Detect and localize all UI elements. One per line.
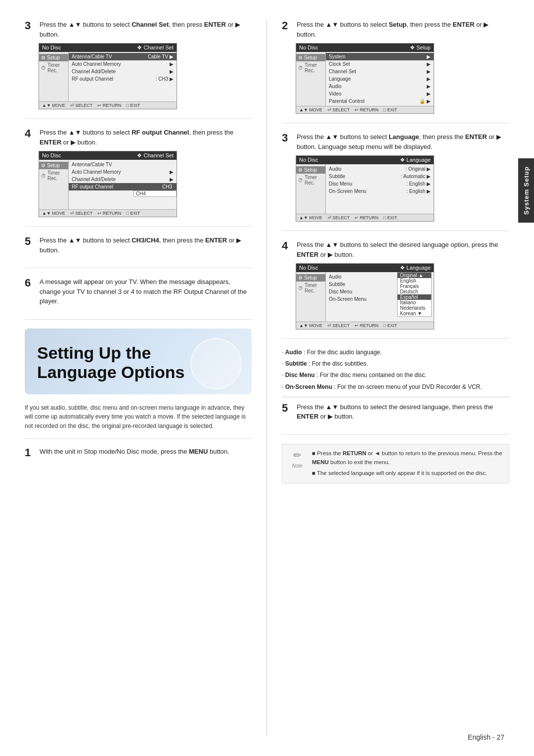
page-footer: English - 27 <box>468 733 504 741</box>
setup-icon-2: ⚙ <box>41 163 45 168</box>
left-column: 3 Press the ▲▼ buttons to select Channel… <box>25 20 267 736</box>
bullet-list: Audio : For the disc audio language. Sub… <box>282 348 509 392</box>
menu-content-2: Antenna/Cable TV Auto Channel Memory▶ Ch… <box>69 160 177 209</box>
step-text-3-right: Press the ▲▼ buttons to select Language,… <box>297 132 509 151</box>
lang-dropdown: Original ▲ English Français Deutsch Espa… <box>397 272 432 317</box>
step-num-1-left: 1 <box>25 447 36 459</box>
step-num-5-right: 5 <box>282 402 293 414</box>
lang-option-original: Original ▲ <box>398 273 431 278</box>
menu-row-subtitle-sel: Subtitle Original ▲ English Français Deu… <box>326 281 434 288</box>
menu-nodisk-r3: No Disc <box>299 265 318 271</box>
timer-icon-1: ⏱ <box>41 65 46 71</box>
menu-nodisk-2: No Disc <box>42 152 61 159</box>
menu-row-audio: Audio▶ <box>326 83 434 90</box>
step-text-4-left: Press the ▲▼ buttons to select RF output… <box>40 128 252 147</box>
sidebar-timer-r1: ⏱Timer Rec. <box>296 61 325 74</box>
step-1-left: 1 With the unit in Stop mode/No Disc mod… <box>25 447 252 472</box>
menu-lang-r2: ❖ Language <box>400 157 431 163</box>
menu-row-antennacable: Antenna/Cable TV <box>69 161 177 168</box>
footer-select-r2: ⏎ SELECT <box>327 215 350 220</box>
menu-setup-r1: ❖ Setup <box>410 45 431 51</box>
menu-content-r3: Audio Subtitle Original ▲ English França… <box>326 272 434 322</box>
sidebar-timer-r3: ⏱Timer Rec. <box>296 282 325 294</box>
menu-row-auto: Auto Channel Memory▶ <box>69 60 177 68</box>
footer-move-r2: ▲▼ MOVE <box>299 215 322 220</box>
ch4-option: CH4 <box>134 190 177 197</box>
menu-row-adddelete2: Channel Add/Delete▶ <box>69 176 177 183</box>
bullet-discmenu: Disc Menu : For the disc menu contained … <box>282 371 509 380</box>
sidebar-setup-2: ⚙Setup <box>39 162 68 169</box>
bullet-osd: On-Screen Menu : For the on-screen menu … <box>282 382 509 392</box>
note-pencil-icon: ✏ <box>293 449 302 461</box>
footer-move-2: ▲▼ MOVE <box>42 211 65 216</box>
menu-row-language: Language▶ <box>326 75 434 83</box>
footer-return-r3: ↩ RETURN <box>355 323 378 328</box>
section-title: Setting Up the Language Options <box>37 343 239 382</box>
timer-icon-r2: ⏱ <box>298 178 303 183</box>
lang-option-korean: Korean ▼ <box>398 311 431 316</box>
lang-option-francais: Français <box>398 284 431 289</box>
step-num-5-left: 5 <box>25 236 36 247</box>
menu-sidebar-r2: ⚙Setup ⏱Timer Rec. <box>296 164 326 214</box>
section-title-line2: Language Options <box>37 363 184 381</box>
step-3-right: 3 Press the ▲▼ buttons to select Languag… <box>282 132 509 231</box>
note-box: ✏ Note ■ Press the RETURN or ◄ button to… <box>282 444 509 483</box>
lang-option-deutsch: Deutsch <box>398 289 431 294</box>
bullet-subtitle: Subtitle : For the disc subtitles. <box>282 359 509 369</box>
menu-row-discmenu-lang: Disc Menu: English ▶ <box>326 180 434 188</box>
footer-exit-r1: □ EXIT <box>383 107 397 112</box>
menu-setup-right: No Disc ❖ Setup ⚙Setup ⏱Timer Rec. <box>296 43 434 114</box>
side-tab: System Setup <box>518 158 534 223</box>
menu-sidebar-2: ⚙Setup ⏱Timer Rec. <box>39 160 69 209</box>
menu-sidebar-1: ⚙Setup ⏱Timer Rec. <box>39 52 69 101</box>
timer-icon-r3: ⏱ <box>298 285 303 291</box>
page: 3 Press the ▲▼ buttons to select Channel… <box>0 0 534 756</box>
step-text-1-left: With the unit in Stop mode/No Disc mode,… <box>40 447 229 457</box>
footer-return-r1: ↩ RETURN <box>355 107 378 112</box>
timer-icon-2: ⏱ <box>41 173 46 179</box>
menu-nodisk-r2: No Disc <box>299 157 318 163</box>
sidebar-timer-2: ⏱Timer Rec. <box>39 169 68 182</box>
menu-sidebar-r1: ⚙Setup ⏱Timer Rec. <box>296 52 326 106</box>
menu-row-clockset: Clock Set▶ <box>326 60 434 68</box>
step-num-6-left: 6 <box>25 277 36 289</box>
step-num-2-right: 2 <box>282 20 293 32</box>
footer-move-r1: ▲▼ MOVE <box>299 107 322 112</box>
menu-title-right-1: ❖ Channel Set <box>137 45 174 51</box>
menu-language-r2: No Disc ❖ Language ⚙Setup ⏱Timer Rec. <box>296 155 434 222</box>
footer-return-1: ↩ RETURN <box>97 103 121 108</box>
menu-lang-r3: ❖ Language <box>400 265 431 271</box>
sidebar-setup-1: ⚙Setup <box>39 54 68 61</box>
menu-content-r2: Audio: Original ▶ Subtitle: Automatic ▶ … <box>326 164 434 214</box>
footer-select-r1: ⏎ SELECT <box>327 107 350 112</box>
sidebar-setup-r2: ⚙Setup <box>296 166 325 174</box>
footer-move-r3: ▲▼ MOVE <box>299 323 322 328</box>
step-num-4-right: 4 <box>282 240 293 252</box>
setup-icon-1: ⚙ <box>41 55 45 60</box>
menu-row-parental: Parental Control🔒 ▶ <box>326 97 434 105</box>
step-4-left: 4 Press the ▲▼ buttons to select RF outp… <box>25 128 252 227</box>
step-text-2-right: Press the ▲▼ buttons to select Setup, th… <box>297 20 509 39</box>
footer-exit-r2: □ EXIT <box>383 215 397 220</box>
sidebar-setup-r1: ⚙Setup <box>296 54 325 61</box>
menu-row-auto2: Auto Channel Memory▶ <box>69 168 177 176</box>
setup-icon-r1: ⚙ <box>298 55 303 60</box>
step-5-right: 5 Press the ▲▼ buttons to select the des… <box>282 402 509 435</box>
note-label: Note <box>292 463 302 469</box>
sidebar-setup-r3: ⚙Setup <box>296 274 325 282</box>
right-column: 2 Press the ▲▼ buttons to select Setup, … <box>267 20 509 736</box>
menu-row-video: Video▶ <box>326 90 434 97</box>
menu-row-subtitle-lang: Subtitle: Automatic ▶ <box>326 173 434 180</box>
step-2-right: 2 Press the ▲▼ buttons to select Setup, … <box>282 20 509 123</box>
section-header-language: Setting Up the Language Options <box>25 329 252 394</box>
step-text-3-left: Press the ▲▼ buttons to select Channel S… <box>40 20 252 39</box>
note-content: ■ Press the RETURN or ◄ button to return… <box>312 449 504 478</box>
step-text-5-left: Press the ▲▼ buttons to select CH3/CH4, … <box>40 236 252 255</box>
step-text-5-right: Press the ▲▼ buttons to select the desir… <box>297 402 509 422</box>
footer-return-r2: ↩ RETURN <box>355 215 378 220</box>
step-3-left: 3 Press the ▲▼ buttons to select Channel… <box>25 20 252 119</box>
menu-row-osd-lang: On-Screen Menu: English ▶ <box>326 188 434 195</box>
setup-icon-r2: ⚙ <box>298 167 303 173</box>
step-text-6-left: A message will appear on your TV. When t… <box>40 277 252 306</box>
footer-exit-r3: □ EXIT <box>383 323 397 328</box>
